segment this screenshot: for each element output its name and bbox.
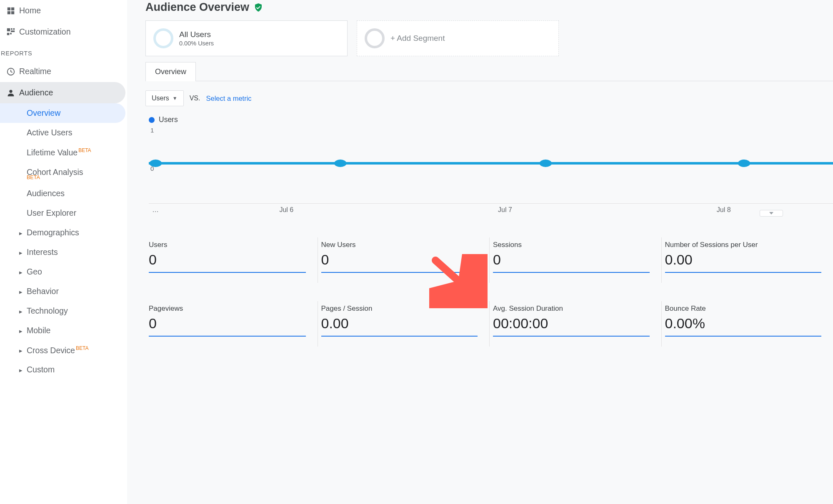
metric-label: Avg. Session Duration [493,304,650,313]
segment-row: All Users 0.00% Users + Add Segment [145,20,833,56]
sidebar-item-home[interactable]: Home [0,0,125,21]
metric-value: 0 [321,252,478,268]
metric-value: 0.00 [665,252,822,268]
svg-point-11 [9,90,12,92]
metric-label: New Users [321,241,478,249]
metric-users[interactable]: Users 0 [145,237,318,283]
sidebar-item-label: Realtime [19,67,51,76]
svg-rect-1 [11,7,14,10]
sparkline-placeholder [665,336,822,337]
sparkline-placeholder [321,272,478,273]
main-content: Audience Overview All Users 0.00% Users … [127,0,833,504]
sparkline-placeholder [149,336,306,337]
svg-point-14 [334,160,347,167]
caret-right-icon: ▸ [19,288,25,296]
sidebar-item-label: Home [19,6,41,15]
primary-metric-dropdown[interactable]: Users ▼ [145,90,184,106]
sidebar-sub-overview[interactable]: Overview [0,103,125,123]
metric-label: Sessions [493,241,650,249]
sidebar-sub-mobile[interactable]: ▸Mobile [0,321,125,340]
caret-right-icon: ▸ [19,230,25,237]
metric-label: Users [149,241,306,249]
sidebar-sub-cross-device[interactable]: ▸Cross DeviceBETA [0,340,125,360]
segment-all-users[interactable]: All Users 0.00% Users [145,20,348,56]
svg-rect-9 [10,32,12,34]
chart-area: 1 0 … Jul 6 Jul 7 Jul 8 [145,127,833,214]
chart-controls: Users ▼ VS. Select a metric [145,81,833,114]
caret-right-icon: ▸ [19,347,25,354]
svg-rect-4 [7,28,10,31]
sidebar-sub-user-explorer[interactable]: User Explorer [0,203,125,223]
chart-legend: Users [145,114,833,127]
metric-value: 00:00:00 [493,315,650,332]
caret-right-icon: ▸ [19,249,25,257]
metric-pageviews[interactable]: Pageviews 0 [145,301,318,347]
vs-label: VS. [190,95,200,102]
add-segment-button[interactable]: + Add Segment [357,20,559,56]
tab-overview[interactable]: Overview [145,62,196,81]
verified-shield-icon [253,2,263,12]
sidebar-item-audience[interactable]: Audience [0,82,125,103]
sidebar-sub-audiences[interactable]: Audiences [0,184,125,203]
metric-label: Number of Sessions per User [665,241,822,249]
x-tick-0: … [152,206,177,214]
metric-pages-per-session[interactable]: Pages / Session 0.00 [318,301,490,347]
chart-expand-handle[interactable] [760,210,783,217]
sidebar-section-reports: REPORTS [0,42,127,61]
segment-subtitle: 0.00% Users [179,40,214,47]
beta-badge: BETA [78,147,91,153]
sidebar-item-customization[interactable]: Customization [0,21,125,42]
add-segment-label: + Add Segment [390,34,445,43]
caret-right-icon: ▸ [19,327,25,335]
sidebar-sub-lifetime-value[interactable]: Lifetime ValueBETA [0,142,125,162]
svg-rect-6 [13,28,15,30]
metric-value: 0 [149,315,306,332]
caret-right-icon: ▸ [19,367,25,374]
svg-point-16 [738,160,750,167]
metric-sessions-per-user[interactable]: Number of Sessions per User 0.00 [661,237,833,283]
sparkline-placeholder [493,336,650,337]
svg-rect-3 [11,11,14,14]
x-axis: … Jul 6 Jul 7 Jul 8 [149,203,833,214]
metric-value: 0.00 [321,315,478,332]
sidebar-sub-geo[interactable]: ▸Geo [0,262,125,282]
clock-icon [3,67,19,76]
y-tick-1: 1 [150,127,154,134]
x-tick-1: Jul 6 [177,206,396,214]
metric-bounce-rate[interactable]: Bounce Rate 0.00% [661,301,833,347]
svg-point-15 [540,160,552,167]
metric-avg-session-duration[interactable]: Avg. Session Duration 00:00:00 [489,301,661,347]
metric-label: Bounce Rate [665,304,822,313]
metric-new-users[interactable]: New Users 0 [318,237,490,283]
segment-ring-icon [365,28,385,48]
x-tick-3: Jul 8 [614,206,833,214]
metrics-grid: Users 0 New Users 0 Sessions 0 Number of… [145,237,833,347]
sidebar-sub-active-users[interactable]: Active Users [0,123,125,142]
y-tick-0: 0 [150,165,154,172]
svg-rect-2 [8,11,10,14]
sidebar-item-label: Audience [19,88,53,97]
svg-rect-7 [11,30,15,32]
select-secondary-metric[interactable]: Select a metric [206,95,251,102]
caret-right-icon: ▸ [19,308,25,315]
sidebar-sub-custom[interactable]: ▸Custom [0,360,125,379]
sidebar: Home Customization REPORTS Realtime Audi… [0,0,127,504]
sparkline-placeholder [665,272,822,273]
segment-title: All Users [179,30,214,39]
segment-ring-icon [153,28,173,48]
sidebar-sub-interests[interactable]: ▸Interests [0,242,125,262]
sidebar-sub-demographics[interactable]: ▸Demographics [0,223,125,242]
sparkline-placeholder [493,272,650,273]
metric-label: Pageviews [149,304,306,313]
metric-value: 0 [149,252,306,268]
sidebar-sub-behavior[interactable]: ▸Behavior [0,282,125,301]
person-icon [3,88,19,97]
customization-icon [3,27,19,37]
sidebar-sub-technology[interactable]: ▸Technology [0,301,125,321]
sidebar-item-realtime[interactable]: Realtime [0,61,125,82]
metric-sessions[interactable]: Sessions 0 [489,237,661,283]
tab-strip: Overview [145,62,833,81]
legend-dot-icon [149,117,155,123]
svg-rect-8 [7,32,10,35]
sidebar-item-label: Customization [19,27,71,37]
